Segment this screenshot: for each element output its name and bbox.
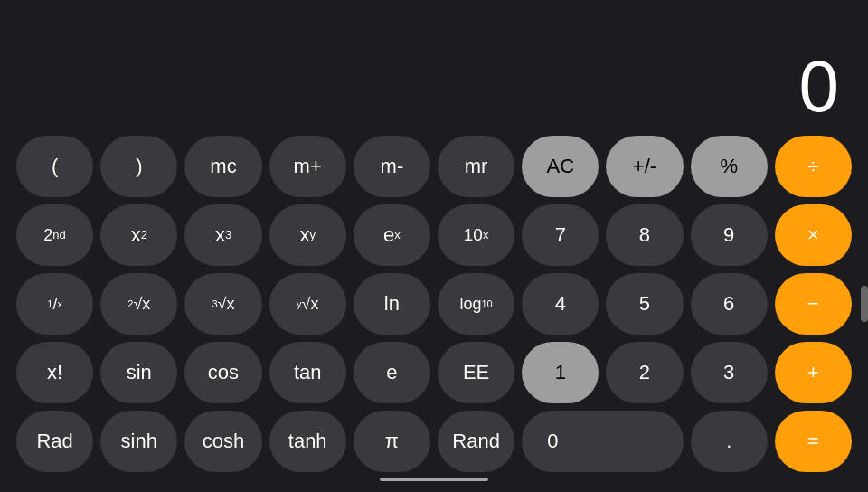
sqrt2-button[interactable]: 2√x bbox=[100, 273, 177, 335]
plus-button[interactable]: + bbox=[775, 342, 852, 403]
home-bar bbox=[380, 478, 488, 481]
ex-button[interactable]: ex bbox=[354, 204, 430, 266]
percent-button[interactable]: % bbox=[691, 136, 768, 197]
mc-button[interactable]: mc bbox=[184, 136, 261, 197]
sin-button[interactable]: sin bbox=[100, 342, 177, 403]
tan-button[interactable]: tan bbox=[269, 342, 346, 403]
factorial-button[interactable]: x! bbox=[16, 342, 93, 403]
mr-button[interactable]: mr bbox=[438, 136, 514, 197]
open-paren-button[interactable]: ( bbox=[16, 136, 93, 197]
calculator: 0 ( ) mc m+ m- mr AC +/- % ÷ 2nd x2 x3 x… bbox=[0, 0, 868, 492]
cos-button[interactable]: cos bbox=[184, 342, 261, 403]
2-button[interactable]: 2 bbox=[606, 342, 683, 403]
ee-button[interactable]: EE bbox=[438, 342, 514, 403]
m-minus-button[interactable]: m- bbox=[354, 136, 430, 197]
divide-button[interactable]: ÷ bbox=[775, 136, 852, 197]
rad-button[interactable]: Rad bbox=[16, 411, 93, 472]
x-squared-button[interactable]: x2 bbox=[100, 204, 177, 266]
decimal-button[interactable]: . bbox=[691, 411, 768, 472]
0-button[interactable]: 0 bbox=[522, 411, 683, 472]
buttons-grid: ( ) mc m+ m- mr AC +/- % ÷ 2nd x2 x3 xy … bbox=[9, 136, 859, 472]
multiply-button[interactable]: × bbox=[775, 204, 852, 266]
cosh-button[interactable]: cosh bbox=[184, 411, 261, 472]
e-button[interactable]: e bbox=[354, 342, 430, 403]
9-button[interactable]: 9 bbox=[691, 204, 768, 266]
sinh-button[interactable]: sinh bbox=[100, 411, 177, 472]
rand-button[interactable]: Rand bbox=[438, 411, 514, 472]
sqrt3-button[interactable]: 3√x bbox=[184, 273, 261, 335]
pi-button[interactable]: π bbox=[354, 411, 430, 472]
log10-button[interactable]: log10 bbox=[438, 273, 514, 335]
home-indicator bbox=[9, 472, 859, 483]
display-area: 0 bbox=[9, 0, 859, 136]
4-button[interactable]: 4 bbox=[522, 273, 599, 335]
inverse-button[interactable]: 1/x bbox=[16, 273, 93, 335]
ln-button[interactable]: ln bbox=[354, 273, 430, 335]
1-button[interactable]: 1 bbox=[522, 342, 599, 403]
ac-button[interactable]: AC bbox=[522, 136, 599, 197]
minus-button[interactable]: − bbox=[775, 273, 852, 335]
sqrty-button[interactable]: y√x bbox=[269, 273, 346, 335]
minus-area: − bbox=[775, 273, 852, 335]
5-button[interactable]: 5 bbox=[606, 273, 683, 335]
scrollbar-thumb bbox=[861, 286, 868, 322]
m-plus-button[interactable]: m+ bbox=[269, 136, 346, 197]
tanh-button[interactable]: tanh bbox=[269, 411, 346, 472]
6-button[interactable]: 6 bbox=[691, 273, 768, 335]
8-button[interactable]: 8 bbox=[606, 204, 683, 266]
xy-button[interactable]: xy bbox=[269, 204, 346, 266]
10x-button[interactable]: 10x bbox=[438, 204, 514, 266]
3-button[interactable]: 3 bbox=[691, 342, 768, 403]
equals-button[interactable]: = bbox=[775, 411, 852, 472]
plus-minus-button[interactable]: +/- bbox=[606, 136, 683, 197]
close-paren-button[interactable]: ) bbox=[100, 136, 177, 197]
2nd-button[interactable]: 2nd bbox=[16, 204, 93, 266]
display-value: 0 bbox=[799, 45, 838, 128]
7-button[interactable]: 7 bbox=[522, 204, 599, 266]
x-cubed-button[interactable]: x3 bbox=[184, 204, 261, 266]
